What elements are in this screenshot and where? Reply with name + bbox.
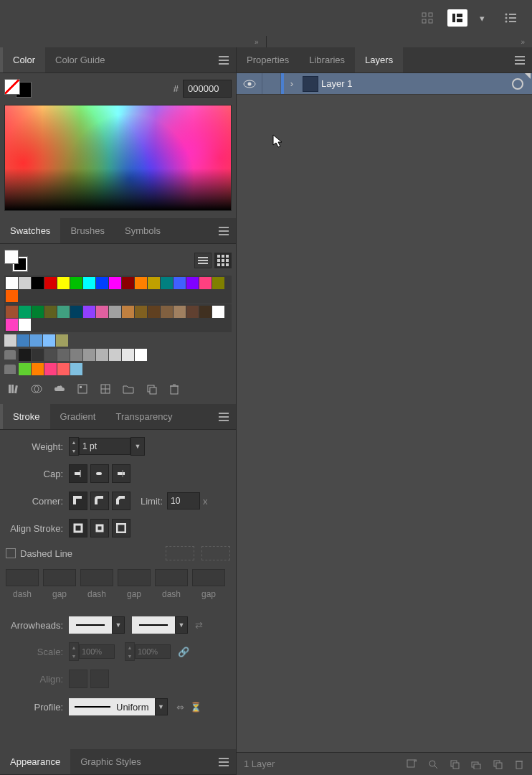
swatch-grid-view-button[interactable] bbox=[214, 253, 232, 268]
new-folder-icon[interactable] bbox=[122, 382, 135, 395]
swatch[interactable] bbox=[122, 306, 134, 318]
hex-input[interactable] bbox=[183, 80, 232, 98]
swatch[interactable] bbox=[32, 306, 44, 318]
layer-thumbnail[interactable] bbox=[303, 76, 318, 92]
new-color-group-icon[interactable] bbox=[99, 382, 112, 395]
panel-menu-icon[interactable] bbox=[212, 404, 236, 429]
overflow-chevrons-left[interactable]: » bbox=[0, 36, 267, 47]
swatch[interactable] bbox=[161, 277, 173, 289]
panel-menu-icon[interactable] bbox=[212, 47, 236, 72]
layer-name[interactable]: Layer 1 bbox=[321, 78, 352, 89]
swatch[interactable] bbox=[174, 277, 186, 289]
tab-libraries[interactable]: Libraries bbox=[299, 47, 355, 72]
chevron-down-icon[interactable]: ▼ bbox=[175, 616, 188, 634]
swatch[interactable] bbox=[148, 277, 160, 289]
weight-dropdown[interactable]: ▼ bbox=[130, 437, 145, 456]
align-inside-button[interactable] bbox=[90, 519, 109, 537]
swatch[interactable] bbox=[19, 306, 31, 318]
swatch[interactable] bbox=[30, 334, 42, 347]
weight-stepper[interactable]: ▲▼ bbox=[69, 437, 79, 456]
limit-input[interactable] bbox=[167, 492, 200, 509]
swatch[interactable] bbox=[17, 334, 29, 347]
swatch-options-icon[interactable] bbox=[76, 382, 89, 395]
swatch[interactable] bbox=[57, 363, 70, 375]
swatch[interactable] bbox=[57, 349, 70, 361]
swatch[interactable] bbox=[212, 306, 224, 318]
chevron-down-icon[interactable]: ▼ bbox=[155, 698, 168, 715]
tab-layers[interactable]: Layers bbox=[355, 47, 403, 72]
swatch[interactable] bbox=[6, 319, 18, 331]
gap-input[interactable] bbox=[118, 569, 151, 586]
color-spectrum[interactable] bbox=[4, 105, 232, 211]
dash-input[interactable] bbox=[155, 569, 188, 586]
visibility-toggle-icon[interactable] bbox=[237, 73, 262, 94]
swatch[interactable] bbox=[109, 306, 121, 318]
flip-horizontal-icon[interactable]: ⇔ bbox=[176, 702, 184, 713]
swatch[interactable] bbox=[212, 277, 224, 289]
swatch[interactable] bbox=[96, 349, 108, 361]
swatch[interactable] bbox=[32, 277, 44, 289]
panel-menu-icon[interactable] bbox=[212, 218, 236, 243]
weight-input[interactable] bbox=[79, 438, 130, 455]
swatch[interactable] bbox=[44, 306, 57, 318]
swatch[interactable] bbox=[44, 277, 57, 289]
dash-input[interactable] bbox=[6, 569, 39, 586]
swatch[interactable] bbox=[135, 349, 147, 361]
panel-menu-icon[interactable] bbox=[508, 47, 532, 72]
swatch[interactable] bbox=[19, 363, 31, 375]
swatch-grid[interactable] bbox=[4, 304, 232, 332]
align-outside-button[interactable] bbox=[112, 519, 130, 537]
gap-input[interactable] bbox=[43, 569, 76, 586]
locate-object-icon[interactable] bbox=[406, 758, 417, 770]
swatch[interactable] bbox=[19, 277, 31, 289]
tab-gradient[interactable]: Gradient bbox=[50, 404, 106, 429]
tab-appearance[interactable]: Appearance bbox=[0, 749, 70, 774]
dash-align-button[interactable] bbox=[201, 546, 230, 560]
swatch[interactable] bbox=[32, 363, 44, 375]
panel-menu-icon[interactable] bbox=[212, 749, 236, 774]
corner-round-button[interactable] bbox=[90, 492, 109, 510]
cap-round-button[interactable] bbox=[90, 464, 109, 483]
swap-arrowheads-icon[interactable]: ⇄ bbox=[195, 620, 203, 631]
swatch[interactable] bbox=[186, 277, 199, 289]
target-icon[interactable] bbox=[512, 78, 523, 90]
swatch[interactable] bbox=[96, 306, 108, 318]
swatch[interactable] bbox=[135, 277, 147, 289]
tab-stroke[interactable]: Stroke bbox=[3, 404, 50, 429]
swatch-kinds-icon[interactable] bbox=[30, 382, 43, 395]
overflow-chevrons-right[interactable]: » bbox=[267, 36, 533, 47]
swatch[interactable] bbox=[199, 277, 212, 289]
swatch[interactable] bbox=[6, 277, 18, 289]
swatch[interactable] bbox=[57, 306, 70, 318]
swatch[interactable] bbox=[109, 277, 121, 289]
swatch[interactable] bbox=[122, 349, 134, 361]
expand-toggle-icon[interactable]: › bbox=[284, 78, 300, 89]
corner-miter-button[interactable] bbox=[69, 492, 87, 510]
new-swatch-icon[interactable] bbox=[145, 382, 158, 395]
swatch[interactable] bbox=[83, 277, 95, 289]
dashed-line-checkbox[interactable] bbox=[6, 548, 16, 558]
swatch[interactable] bbox=[6, 306, 18, 318]
swatch[interactable] bbox=[43, 334, 55, 347]
swatch[interactable] bbox=[161, 306, 173, 318]
dash-preserve-button[interactable] bbox=[166, 546, 194, 560]
make-clipping-mask-icon[interactable] bbox=[449, 758, 460, 770]
swatch-folder-brights[interactable] bbox=[4, 363, 232, 375]
swatch[interactable] bbox=[70, 363, 82, 375]
tab-transparency[interactable]: Transparency bbox=[105, 404, 182, 429]
list-menu-icon[interactable] bbox=[502, 9, 519, 27]
swatch[interactable] bbox=[135, 306, 147, 318]
swatch[interactable] bbox=[186, 306, 199, 318]
swatch[interactable] bbox=[19, 319, 31, 331]
swatch[interactable] bbox=[57, 277, 70, 289]
swatch-cloud-icon[interactable] bbox=[53, 382, 66, 395]
swatch[interactable] bbox=[83, 349, 95, 361]
fill-swatch[interactable] bbox=[4, 79, 20, 95]
swatch-list-view-button[interactable] bbox=[194, 253, 212, 268]
swatch-folder-grays[interactable] bbox=[4, 349, 232, 361]
tab-brushes[interactable]: Brushes bbox=[60, 218, 115, 243]
corner-bevel-button[interactable] bbox=[112, 492, 130, 510]
delete-swatch-icon[interactable] bbox=[168, 382, 181, 395]
align-center-button[interactable] bbox=[69, 519, 87, 537]
delete-layer-icon[interactable] bbox=[513, 758, 525, 770]
